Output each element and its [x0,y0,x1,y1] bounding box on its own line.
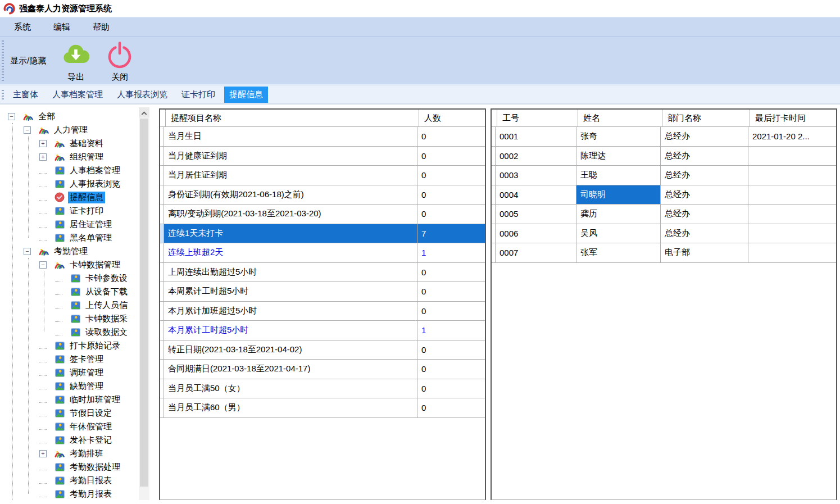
employee-cell[interactable] [748,166,836,185]
employee-cell[interactable]: 总经办 [661,224,748,243]
reminder-name-cell[interactable]: 上周连续出勤超过5小时 [164,263,417,282]
tree-item-label[interactable]: 人事档案管理 [68,165,122,176]
menu-item-3[interactable]: 帮助 [84,20,118,35]
reminder-count-cell[interactable]: 0 [417,340,485,360]
reminder-count-cell[interactable]: 0 [417,166,485,185]
tree-item[interactable]: 节假日设定 [1,406,151,420]
employee-cell[interactable]: 陈理达 [576,147,661,166]
tree-item-label[interactable]: 证卡打印 [68,205,105,217]
reminder-count-cell[interactable]: 0 [417,205,485,224]
employee-row[interactable]: 0003王聪总经办 [492,166,836,185]
tree-item[interactable]: 卡钟参数设 [1,271,151,285]
reminder-row[interactable]: 身份证到期(有效期2021-06-18)之前)0 [160,185,485,205]
tree-item[interactable]: +基础资料 [1,137,151,150]
close-button[interactable]: 关闭 [106,39,134,83]
employee-cell[interactable]: 张军 [576,243,661,262]
tab-2[interactable]: 人事档案管理 [47,87,108,103]
reminder-count-cell[interactable]: 0 [417,127,485,146]
reminder-row[interactable]: 转正日期(2021-03-18至2021-04-02)0 [160,340,485,360]
menu-item-1[interactable]: 系统 [6,20,39,35]
reminder-row[interactable]: 当月员工满60（男）0 [160,398,485,418]
tree-item-label[interactable]: 读取数据文 [84,326,129,338]
tree-item-label[interactable]: 人事报表浏览 [68,178,122,190]
tree-item[interactable]: 年休假管理 [1,420,151,433]
tree-item-label[interactable]: 组织管理 [68,151,105,163]
tab-4[interactable]: 证卡打印 [176,87,220,103]
reminder-row[interactable]: 当月居住证到期0 [160,166,485,185]
tree-item-label[interactable]: 考勤管理 [52,246,89,257]
tree-expander-minus[interactable]: − [8,113,15,120]
tree-item[interactable]: −考勤管理 [1,244,151,258]
tree-item-label[interactable]: 黑名单管理 [68,232,113,244]
reminder-name-cell[interactable]: 当月生日 [164,127,417,146]
reminder-name-cell[interactable]: 本月累计工时超5小时 [164,321,417,340]
reminder-row[interactable]: 当月健康证到期0 [160,147,485,166]
tree-item-label[interactable]: 卡钟参数设 [84,273,129,284]
reminder-name-cell[interactable]: 本月累计加班超过5小时 [164,302,417,321]
reminder-name-cell[interactable]: 连续上班超2天 [164,243,417,262]
reminder-count-cell[interactable]: 0 [417,185,485,205]
tree-item[interactable]: 上传人员信 [1,298,151,312]
tree-item-label[interactable]: 缺勤管理 [68,380,105,392]
employee-header-3[interactable]: 部门名称 [662,110,750,126]
tab-5[interactable]: 提醒信息 [224,87,268,103]
employee-cell[interactable] [748,205,836,224]
employee-cell[interactable]: 0002 [496,147,576,166]
tree-item[interactable]: 提醒信息 [1,190,151,204]
tree-item[interactable]: +组织管理 [1,150,151,164]
employee-cell[interactable]: 电子部 [661,243,748,262]
menu-item-2[interactable]: 编辑 [45,20,79,35]
reminder-name-cell[interactable]: 转正日期(2021-03-18至2021-04-02) [164,340,417,360]
reminder-row[interactable]: 离职/变动到期(2021-03-18至2021-03-20)0 [160,205,485,224]
tree-item[interactable]: 签卡管理 [1,352,151,366]
employee-cell[interactable] [748,147,836,166]
scrollbar-up-icon[interactable] [139,107,149,117]
employee-cell[interactable] [748,224,836,243]
reminder-count-cell[interactable]: 0 [417,302,485,321]
scrollbar-thumb[interactable] [140,119,148,487]
tree-item-label[interactable]: 考勤日报表 [68,475,113,487]
tree-expander-minus[interactable]: − [24,126,31,134]
tree-item-label[interactable]: 签卡管理 [68,353,105,365]
tree-item[interactable]: 考勤日报表 [1,474,151,487]
tree-item-label[interactable]: 考勤数据处理 [68,461,122,473]
employee-header-2[interactable]: 姓名 [578,110,662,126]
employee-cell[interactable]: 吴风 [576,224,661,243]
employee-row[interactable]: 0004司晓明总经办 [492,185,836,205]
tab-1[interactable]: 主窗体 [8,87,43,103]
tree-item-label[interactable]: 临时加班管理 [68,394,122,406]
reminder-name-cell[interactable]: 离职/变动到期(2021-03-18至2021-03-20) [164,205,417,224]
reminder-row[interactable]: 上周连续出勤超过5小时0 [160,263,485,283]
tree-expander-plus[interactable]: + [39,140,47,147]
reminder-count-cell[interactable]: 1 [417,321,485,340]
reminder-count-cell[interactable]: 0 [417,379,485,398]
tree-item-label[interactable]: 提醒信息 [68,192,105,203]
tree-expander-plus[interactable]: + [39,153,47,161]
reminder-row[interactable]: 合同期满日(2021-03-18至2021-04-17)0 [160,360,485,379]
tab-3[interactable]: 人事报表浏览 [112,87,172,103]
tree-item[interactable]: 打卡原始记录 [1,339,151,352]
tree-item[interactable]: 缺勤管理 [1,379,151,393]
tree-item-label[interactable]: 人力管理 [52,124,89,136]
tree-item-label[interactable]: 考勤月报表 [68,488,113,500]
reminder-count-cell[interactable]: 7 [417,224,485,243]
employee-cell[interactable]: 司晓明 [576,185,661,205]
reminder-count-cell[interactable]: 0 [417,360,485,379]
employee-cell[interactable]: 总经办 [661,147,748,166]
show-hide-toggle[interactable]: 显示/隐藏 [10,56,46,66]
tree-item-label[interactable]: 卡钟数据管理 [68,259,122,271]
tree-item[interactable]: 考勤数据处理 [1,460,151,474]
reminder-row[interactable]: 本周累计工时超5小时0 [160,282,485,302]
reminder-name-cell[interactable]: 本周累计工时超5小时 [164,282,417,301]
tree-item-label[interactable]: 年休假管理 [68,421,113,433]
tree-item-label[interactable]: 上传人员信 [84,299,129,311]
employee-header-4[interactable]: 最后打卡时间 [750,110,836,126]
reminder-header-name[interactable]: 提醒项目名称 [166,110,419,126]
tree-scrollbar[interactable] [139,107,149,500]
employee-cell[interactable]: 0005 [496,205,576,224]
reminder-name-cell[interactable]: 当月员工满50（女） [164,379,417,398]
reminder-count-cell[interactable]: 0 [417,263,485,282]
reminder-name-cell[interactable]: 当月员工满60（男） [164,398,417,417]
reminder-name-cell[interactable]: 合同期满日(2021-03-18至2021-04-17) [164,360,417,379]
tree-item-label[interactable]: 居住证管理 [68,219,113,230]
